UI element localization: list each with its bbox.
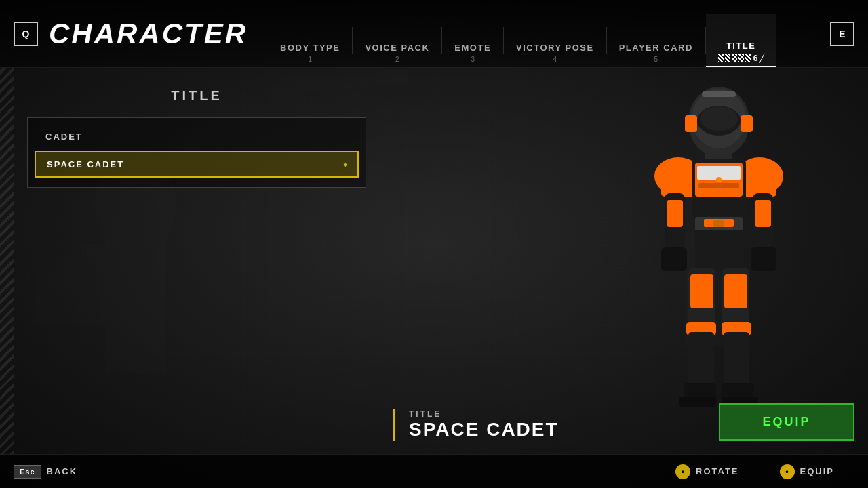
- svg-rect-42: [724, 332, 749, 386]
- svg-rect-48: [713, 220, 724, 227]
- tab-underline-4: [504, 66, 606, 67]
- title-item-space-cadet-label: SPACE CADET: [47, 159, 124, 169]
- title-display-value: SPACE CADET: [409, 419, 559, 441]
- tab-underline-3: [442, 66, 503, 67]
- svg-point-13: [700, 106, 738, 131]
- page-title: CHARACTER: [49, 18, 248, 50]
- equip-button[interactable]: EQUIP: [719, 403, 854, 441]
- svg-rect-38: [724, 274, 747, 308]
- title-display: TITLE SPACE CADET: [393, 409, 559, 441]
- tab-title[interactable]: TITLE 6 ╱: [706, 14, 776, 67]
- back-label: BACK: [47, 466, 78, 476]
- tab-body-type[interactable]: BODY TYPE 1: [268, 14, 352, 67]
- left-panel: TITLE CADET SPACE CADET: [0, 68, 393, 454]
- tab-underline-2: [353, 66, 441, 67]
- section-title: TITLE: [171, 88, 222, 104]
- tab-victory-pose[interactable]: VICTORY POSE 4: [504, 14, 606, 67]
- character-figure: [610, 41, 827, 434]
- svg-rect-34: [695, 230, 743, 271]
- svg-rect-41: [688, 332, 714, 386]
- title-item-cadet[interactable]: CADET: [35, 125, 359, 148]
- e-button[interactable]: E: [830, 22, 854, 46]
- bottom-action-rotate: ● ROTATE: [675, 464, 739, 479]
- svg-rect-21: [743, 169, 776, 197]
- bottom-action-equip: ● EQUIP: [780, 464, 834, 479]
- rotate-badge: ●: [675, 464, 690, 479]
- tab-underline-6: [706, 66, 776, 67]
- esc-key: Esc: [14, 465, 41, 479]
- tab-player-card[interactable]: PLAYER CARD 5: [607, 14, 705, 67]
- svg-rect-14: [702, 92, 736, 97]
- tab-underline-1: [268, 66, 352, 67]
- svg-rect-19: [661, 169, 695, 197]
- bottom-bar-right: ● ROTATE ● EQUIP: [675, 464, 854, 479]
- tab-voice-pack[interactable]: VOICE PACK 2: [353, 14, 441, 67]
- equip-label: EQUIP: [800, 466, 834, 476]
- svg-rect-32: [755, 200, 771, 227]
- bottom-action-back: Esc BACK: [14, 465, 77, 479]
- tabs-container: BODY TYPE 1 VOICE PACK 2 EMOTE 3 VICTORY…: [268, 0, 819, 67]
- svg-rect-16: [741, 115, 753, 132]
- svg-rect-29: [667, 200, 683, 227]
- tab-active-indicator: 6 ╱: [718, 54, 764, 63]
- svg-rect-44: [679, 396, 716, 407]
- tab-emote[interactable]: EMOTE 3: [442, 14, 503, 67]
- svg-point-47: [716, 177, 722, 182]
- svg-rect-33: [751, 247, 776, 271]
- tab-underline-5: [607, 66, 705, 67]
- svg-rect-15: [685, 115, 697, 132]
- title-list: CADET SPACE CADET: [27, 117, 366, 188]
- svg-rect-25: [698, 183, 739, 188]
- title-display-label: TITLE: [409, 409, 559, 419]
- header: Q CHARACTER BODY TYPE 1 VOICE PACK 2 EMO…: [0, 0, 868, 68]
- svg-rect-30: [661, 247, 687, 271]
- title-item-cadet-label: CADET: [45, 131, 83, 142]
- q-button[interactable]: Q: [14, 22, 38, 46]
- title-item-space-cadet[interactable]: SPACE CADET: [35, 151, 359, 178]
- right-panel: TITLE SPACE CADET EQUIP: [393, 68, 868, 454]
- rotate-label: ROTATE: [696, 466, 739, 476]
- svg-rect-36: [690, 274, 713, 308]
- bottom-bar: Esc BACK ● ROTATE ● EQUIP: [0, 454, 868, 488]
- main-content: TITLE CADET SPACE CADET: [0, 68, 868, 454]
- equip-badge: ●: [780, 464, 795, 479]
